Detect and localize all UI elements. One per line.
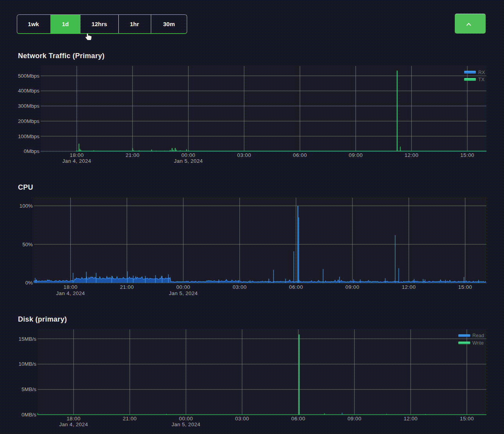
svg-text:03:00: 03:00 <box>235 416 249 422</box>
svg-text:5MB/s: 5MB/s <box>21 386 36 392</box>
svg-text:Jan 5, 2024: Jan 5, 2024 <box>174 158 203 164</box>
svg-text:400Mbps: 400Mbps <box>18 88 39 94</box>
svg-text:15:00: 15:00 <box>460 416 474 422</box>
svg-text:00:00: 00:00 <box>179 416 193 422</box>
svg-text:15MB/s: 15MB/s <box>19 336 37 342</box>
svg-text:0MB/s: 0MB/s <box>21 412 36 418</box>
svg-text:09:00: 09:00 <box>345 284 359 290</box>
svg-text:100%: 100% <box>20 203 33 209</box>
svg-text:18:00: 18:00 <box>66 416 80 422</box>
svg-text:09:00: 09:00 <box>349 152 363 158</box>
svg-text:21:00: 21:00 <box>120 284 134 290</box>
svg-text:Jan 4, 2024: Jan 4, 2024 <box>63 158 91 164</box>
svg-text:15:00: 15:00 <box>458 284 472 290</box>
svg-text:Write: Write <box>472 340 484 346</box>
svg-text:12:00: 12:00 <box>402 284 416 290</box>
svg-text:15:00: 15:00 <box>460 152 474 158</box>
svg-text:09:00: 09:00 <box>347 416 361 422</box>
svg-text:00:00: 00:00 <box>176 284 190 290</box>
svg-text:12:00: 12:00 <box>404 416 418 422</box>
svg-text:06:00: 06:00 <box>293 152 307 158</box>
svg-text:Read: Read <box>472 333 484 338</box>
svg-text:03:00: 03:00 <box>233 284 247 290</box>
svg-text:Jan 4, 2024: Jan 4, 2024 <box>59 422 88 427</box>
svg-text:12:00: 12:00 <box>404 152 418 158</box>
svg-text:21:00: 21:00 <box>125 152 139 158</box>
svg-text:21:00: 21:00 <box>123 416 137 422</box>
svg-text:200Mbps: 200Mbps <box>18 118 39 124</box>
svg-text:Jan 4, 2024: Jan 4, 2024 <box>56 290 85 296</box>
svg-text:03:00: 03:00 <box>237 152 251 158</box>
svg-text:06:00: 06:00 <box>289 284 303 290</box>
svg-text:00:00: 00:00 <box>181 152 195 158</box>
svg-text:Jan 5, 2024: Jan 5, 2024 <box>169 290 198 296</box>
svg-text:0Mbps: 0Mbps <box>24 148 39 154</box>
svg-text:100Mbps: 100Mbps <box>18 133 39 139</box>
svg-text:TX: TX <box>478 77 485 82</box>
svg-text:50%: 50% <box>22 242 33 247</box>
svg-text:18:00: 18:00 <box>70 152 84 158</box>
svg-text:18:00: 18:00 <box>64 284 78 290</box>
svg-text:06:00: 06:00 <box>291 416 306 422</box>
svg-text:10MB/s: 10MB/s <box>19 361 37 367</box>
svg-text:0%: 0% <box>25 280 33 286</box>
svg-text:300Mbps: 300Mbps <box>18 103 39 109</box>
svg-text:Jan 5, 2024: Jan 5, 2024 <box>172 422 200 427</box>
svg-text:500Mbps: 500Mbps <box>18 73 39 79</box>
svg-text:RX: RX <box>478 70 485 75</box>
